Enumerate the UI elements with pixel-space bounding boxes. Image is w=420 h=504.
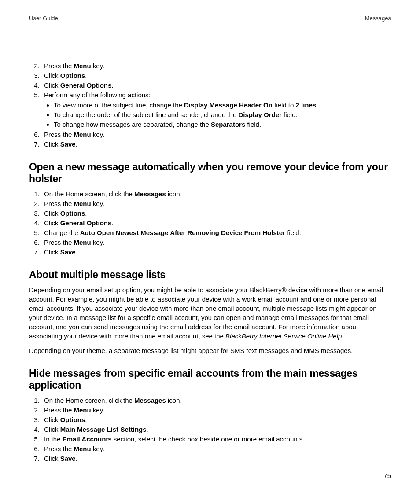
bold-term: General Options xyxy=(60,81,112,89)
list-item: On the Home screen, click the Messages i… xyxy=(41,189,391,199)
list-item: To change the order of the subject line … xyxy=(54,110,391,119)
step-list-open-new-message: On the Home screen, click the Messages i… xyxy=(29,189,391,257)
bold-term: Display Order xyxy=(238,111,281,118)
bold-term: Options xyxy=(60,210,85,217)
bold-term: General Options xyxy=(60,219,112,227)
list-item: To view more of the subject line, change… xyxy=(54,100,391,110)
list-item: Press the Menu key. xyxy=(41,444,391,453)
list-item: Click Options. xyxy=(41,71,391,80)
bold-term: Menu xyxy=(74,406,91,414)
list-item: Perform any of the following actions:To … xyxy=(41,90,391,129)
section-heading-about-multiple-lists: About multiple message lists xyxy=(29,269,391,281)
page-number: 75 xyxy=(383,472,391,479)
list-item: On the Home screen, click the Messages i… xyxy=(41,396,391,405)
bold-term: Save xyxy=(60,140,76,148)
list-item: Press the Menu key. xyxy=(41,130,391,139)
list-item: Click Options. xyxy=(41,415,391,424)
bold-term: Menu xyxy=(74,131,91,138)
list-item: To change how messages are separated, ch… xyxy=(54,120,391,129)
list-item: Click Options. xyxy=(41,209,391,218)
list-item: Press the Menu key. xyxy=(41,61,391,70)
bold-term: Menu xyxy=(74,200,91,207)
paragraph-about-1: Depending on your email setup option, yo… xyxy=(29,285,391,341)
section-heading-open-new-message: Open a new message automatically when yo… xyxy=(29,161,391,185)
bold-term: Options xyxy=(60,416,85,423)
list-item: Click Save. xyxy=(41,454,391,463)
list-item: Click Main Message List Settings. xyxy=(41,425,391,434)
list-item: Press the Menu key. xyxy=(41,199,391,208)
list-item: Press the Menu key. xyxy=(41,405,391,415)
bold-term: Separators xyxy=(211,121,245,128)
step-list-continued: Press the Menu key.Click Options.Click G… xyxy=(29,61,391,149)
page: User Guide Messages Press the Menu key.C… xyxy=(0,0,420,504)
bold-term: Options xyxy=(60,72,85,79)
list-item: Click General Options. xyxy=(41,81,391,90)
list-item: Press the Menu key. xyxy=(41,238,391,247)
sub-bullet-list: To view more of the subject line, change… xyxy=(44,100,391,129)
list-item: In the Email Accounts section, select th… xyxy=(41,434,391,444)
bold-term: Main Message List Settings xyxy=(60,426,147,433)
bold-term: 2 lines xyxy=(295,101,316,109)
paragraph-about-2: Depending on your theme, a separate mess… xyxy=(29,346,391,355)
bold-term: Save xyxy=(60,248,76,256)
step-list-hide-messages: On the Home screen, click the Messages i… xyxy=(29,396,391,463)
bold-term: Menu xyxy=(74,62,91,70)
header-right: Messages xyxy=(365,15,391,22)
bold-term: Email Accounts xyxy=(63,435,112,443)
list-item: Click Save. xyxy=(41,140,391,149)
section-heading-hide-messages: Hide messages from specific email accoun… xyxy=(29,368,391,391)
bold-term: Messages xyxy=(134,397,166,404)
header-left: User Guide xyxy=(29,15,58,22)
bold-term: Messages xyxy=(134,190,166,198)
list-item: Change the Auto Open Newest Message Afte… xyxy=(41,228,391,237)
bold-term: Save xyxy=(60,455,76,462)
list-item: Click General Options. xyxy=(41,218,391,228)
running-header: User Guide Messages xyxy=(29,15,391,22)
bold-term: Menu xyxy=(74,239,91,246)
list-item: Click Save. xyxy=(41,247,391,257)
bold-term: Display Message Header On xyxy=(184,101,273,109)
bold-term: Menu xyxy=(74,445,91,452)
bold-term: Auto Open Newest Message After Removing … xyxy=(80,229,285,236)
